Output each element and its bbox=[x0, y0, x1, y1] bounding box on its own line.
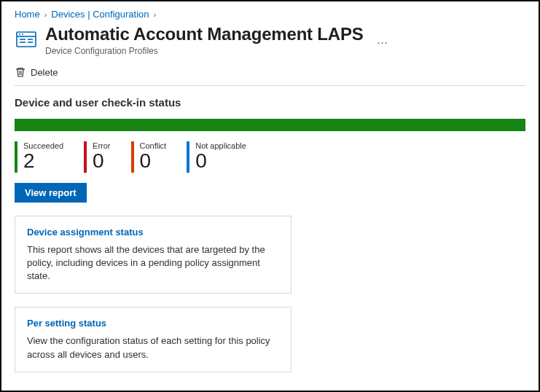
per-setting-status-title[interactable]: Per setting status bbox=[27, 318, 279, 329]
per-setting-status-desc: View the configuration status of each se… bbox=[27, 334, 279, 361]
trash-icon bbox=[15, 66, 26, 78]
chevron-right-icon: › bbox=[154, 10, 157, 19]
device-assignment-status-title[interactable]: Device assignment status bbox=[27, 227, 279, 238]
stat-error: Error 0 bbox=[84, 141, 110, 173]
view-report-button[interactable]: View report bbox=[15, 183, 87, 203]
status-counts: Succeeded 2 Error 0 Conflict 0 Not appli… bbox=[15, 141, 525, 173]
chevron-right-icon: › bbox=[44, 10, 47, 19]
stat-conflict-bar bbox=[131, 141, 134, 173]
svg-point-3 bbox=[22, 34, 23, 35]
page-header: Automatic Account Management LAPS Device… bbox=[15, 24, 525, 56]
breadcrumb-devices-configuration[interactable]: Devices | Configuration bbox=[51, 9, 149, 20]
breadcrumb-home[interactable]: Home bbox=[15, 9, 40, 20]
stat-not-applicable-bar bbox=[187, 141, 189, 173]
status-progress-bar bbox=[15, 119, 525, 131]
device-assignment-status-desc: This report shows all the devices that a… bbox=[27, 243, 279, 283]
more-options-icon[interactable]: … bbox=[377, 34, 390, 47]
per-setting-status-card[interactable]: Per setting status View the configuratio… bbox=[15, 307, 291, 372]
stat-not-applicable-value: 0 bbox=[195, 150, 246, 173]
breadcrumb: Home › Devices | Configuration › bbox=[15, 9, 525, 20]
page-subtitle: Device Configuration Profiles bbox=[45, 46, 364, 56]
svg-point-2 bbox=[19, 34, 20, 35]
page-title: Automatic Account Management LAPS bbox=[45, 24, 364, 44]
delete-label: Delete bbox=[31, 67, 58, 78]
stat-succeeded-value: 2 bbox=[23, 150, 63, 173]
device-assignment-status-card[interactable]: Device assignment status This report sho… bbox=[15, 216, 291, 294]
profile-config-icon bbox=[15, 27, 38, 50]
stat-conflict: Conflict 0 bbox=[131, 141, 167, 173]
stat-succeeded: Succeeded 2 bbox=[15, 141, 63, 173]
stat-error-value: 0 bbox=[93, 150, 110, 173]
divider bbox=[15, 85, 525, 86]
stat-conflict-value: 0 bbox=[140, 150, 167, 173]
section-title: Device and user check-in status bbox=[15, 96, 525, 109]
stat-not-applicable: Not applicable 0 bbox=[187, 141, 246, 173]
delete-button[interactable]: Delete bbox=[15, 66, 525, 78]
stat-error-bar bbox=[84, 141, 87, 173]
stat-succeeded-bar bbox=[15, 141, 17, 173]
